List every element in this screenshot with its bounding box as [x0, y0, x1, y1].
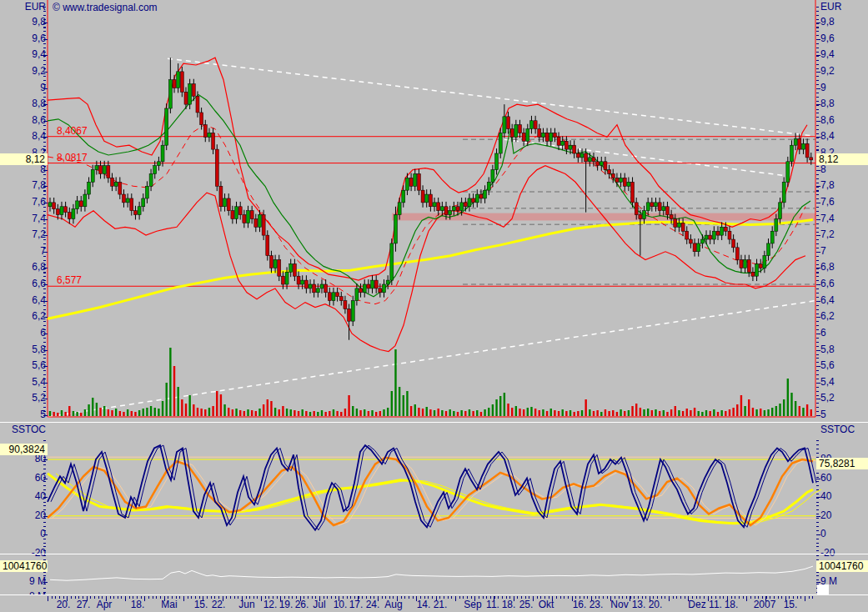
axis-tick [816, 72, 820, 73]
candle [503, 117, 506, 133]
candle [421, 190, 424, 203]
volume-bar [678, 410, 680, 416]
volume-bar [698, 411, 700, 416]
price-axis-label: 5 [820, 409, 826, 420]
volume-bar [228, 408, 229, 416]
volume-bar [410, 406, 412, 416]
candle [705, 235, 708, 239]
candle [693, 243, 696, 252]
candle [107, 166, 110, 178]
volume-bar [61, 410, 63, 416]
candle [580, 153, 584, 158]
volume-bar [434, 410, 435, 416]
volume-bar [108, 409, 109, 416]
volume-bar [806, 404, 808, 416]
volume-bar [255, 411, 257, 416]
chart-window: EUR EUR © www.tradesignal.com SSTOC SSTO… [0, 0, 868, 612]
volume-bar [92, 398, 93, 416]
candle [794, 138, 797, 145]
candle [545, 133, 549, 141]
current-price-marker-right: 8,12 [816, 153, 868, 165]
candle [192, 84, 195, 97]
price-axis-label: 5,4 [820, 377, 835, 388]
price-axis-label: 6 [820, 328, 826, 339]
volume-bar [701, 412, 703, 416]
candle [569, 145, 572, 149]
candle [425, 194, 429, 203]
trendline-dashed-white [168, 58, 815, 136]
candle [763, 256, 766, 268]
axis-tick [43, 252, 48, 253]
date-axis[interactable]: 20.27.Apr18.Mai15.22.Jun12.19.26.Jul10.1… [0, 595, 868, 612]
volume-bar [476, 410, 478, 416]
volume-bar [394, 349, 396, 416]
volume-bar [324, 412, 326, 416]
volume-bar [670, 409, 672, 416]
candle [332, 293, 335, 301]
price-line-label: 6,577 [57, 274, 82, 286]
current-price-marker-left: 8,12 [0, 153, 48, 165]
price-axis-label: 5,8 [820, 344, 835, 355]
volume-bar [558, 411, 559, 416]
candle [402, 190, 405, 203]
volume-bar [589, 409, 590, 416]
volume-bar [352, 406, 354, 416]
resize-grip[interactable] [817, 584, 829, 594]
volume-bar [565, 411, 567, 416]
axis-tick [816, 582, 820, 583]
candle [805, 143, 809, 158]
axis-tick [816, 479, 820, 479]
axis-tick [816, 497, 820, 498]
volume-bar [682, 411, 684, 416]
axis-tick [43, 268, 48, 268]
candle [289, 263, 293, 272]
volume-bar [686, 409, 688, 416]
axis-tick [43, 203, 48, 203]
candle [541, 133, 544, 137]
panel-separator [0, 554, 868, 554]
candle [293, 263, 296, 276]
volume-bar [336, 411, 338, 416]
candle [118, 182, 122, 194]
stoch-axis-label: 60 [820, 473, 831, 484]
candle [522, 133, 525, 141]
candle [689, 239, 692, 243]
candle [301, 280, 304, 284]
volume-bar [302, 409, 304, 416]
volume-bar [193, 404, 194, 416]
axis-tick [43, 186, 48, 187]
volume-bar [600, 412, 602, 416]
volume-bar [204, 409, 206, 416]
candle [258, 215, 261, 228]
candle [709, 235, 712, 239]
volume-bar [212, 406, 213, 416]
volume-bar [399, 387, 400, 416]
volume-bar [694, 408, 695, 416]
volume-bar [80, 413, 82, 416]
axis-tick [816, 104, 820, 105]
candle [297, 276, 300, 284]
chart-canvas[interactable] [0, 0, 868, 612]
candle [790, 145, 793, 162]
candle [735, 248, 739, 260]
volume-bar [445, 411, 447, 416]
volume-bar [550, 409, 552, 416]
candle [775, 219, 778, 232]
candle [79, 201, 83, 207]
volume-bar [197, 408, 198, 416]
price-axis-label: 7,8 [820, 180, 835, 191]
candle [604, 162, 607, 170]
volume-bar [740, 395, 742, 416]
volume-bar [760, 409, 761, 416]
volume-bar [709, 411, 710, 416]
volume-bar [546, 411, 548, 416]
volume-bar [810, 409, 812, 416]
volume-bar [329, 411, 330, 416]
candle [767, 243, 770, 256]
volume-bar [585, 399, 586, 416]
volume-bar [143, 409, 144, 416]
volume-bar [321, 410, 323, 416]
candle [83, 194, 87, 207]
volume-bar [426, 407, 428, 416]
candle [720, 227, 724, 235]
